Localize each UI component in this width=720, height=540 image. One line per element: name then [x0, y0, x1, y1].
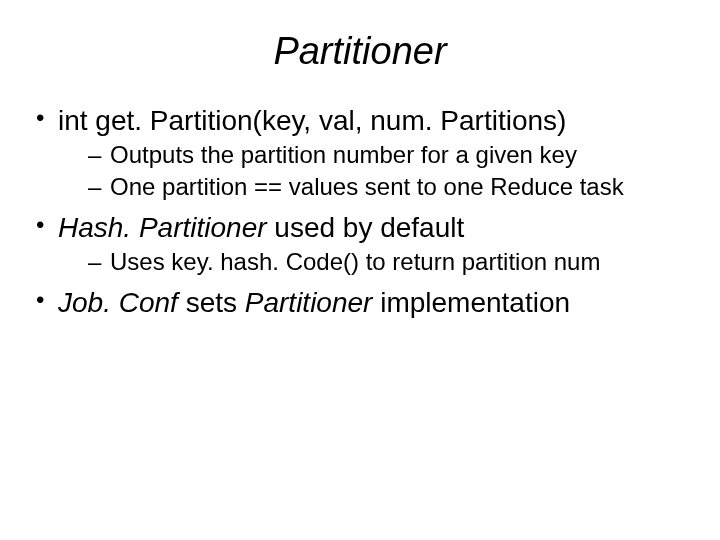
run: int get. Partition(key, val, num. Partit…	[58, 105, 566, 136]
bullet-item: Hash. Partitioner used by default Uses k…	[30, 210, 690, 277]
run: Partitioner	[245, 287, 373, 318]
bullet-item: Job. Conf sets Partitioner implementatio…	[30, 285, 690, 320]
bullet-text: Job. Conf sets Partitioner implementatio…	[58, 287, 570, 318]
bullet-text: int get. Partition(key, val, num. Partit…	[58, 105, 566, 136]
sub-list: Uses key. hash. Code() to return partiti…	[58, 247, 690, 277]
run: sets	[178, 287, 245, 318]
sub-item: Uses key. hash. Code() to return partiti…	[88, 247, 690, 277]
sub-list: Outputs the partition number for a given…	[58, 140, 690, 202]
slide: Partitioner int get. Partition(key, val,…	[0, 0, 720, 540]
sub-item: Outputs the partition number for a given…	[88, 140, 690, 170]
run: Hash. Partitioner	[58, 212, 267, 243]
run: used by default	[267, 212, 465, 243]
bullet-list: int get. Partition(key, val, num. Partit…	[30, 103, 690, 320]
bullet-item: int get. Partition(key, val, num. Partit…	[30, 103, 690, 202]
sub-item: One partition == values sent to one Redu…	[88, 172, 690, 202]
slide-title: Partitioner	[30, 30, 690, 73]
run: Job. Conf	[58, 287, 178, 318]
bullet-text: Hash. Partitioner used by default	[58, 212, 464, 243]
run: implementation	[372, 287, 570, 318]
